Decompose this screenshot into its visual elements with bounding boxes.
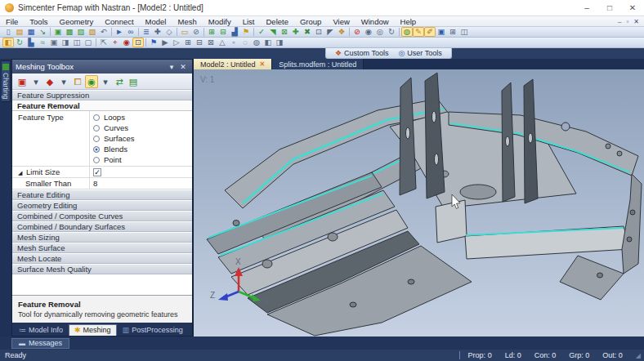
zoom-select-icon[interactable]: ◎ [374,27,386,37]
toolbox-section-header[interactable]: Mesh Sizing [12,232,192,243]
limit-size-checkbox[interactable]: ✓ [93,168,101,176]
mdi-restore-button[interactable]: ▫ [626,18,628,25]
undo-icon[interactable]: ↶ [98,27,110,37]
perspective-icon[interactable]: △ [217,38,228,47]
tab-model-info[interactable]: ≔ Model Info [14,325,68,336]
curve-tool-icon[interactable]: ✓ [256,27,267,37]
show-entities-icon[interactable]: ◌ [239,38,251,47]
toolbox-section-header[interactable]: Geometry Editing [12,200,192,211]
load-folder-icon[interactable]: ▤ [127,75,140,88]
step-icon[interactable]: ▷ [171,38,182,47]
select-view-icon[interactable]: ⊡ [132,38,144,47]
mdi-close-button[interactable]: ✕ [633,18,639,25]
toolbox-section-feature-suppression[interactable]: Feature Suppression [12,90,192,100]
midsurface-icon[interactable]: ⊡ [313,27,324,37]
menu-item[interactable]: Connect [99,16,139,27]
view-tab-splits[interactable]: Splits.modfem : Untitled [272,59,364,69]
smaller-than-input[interactable]: 8 [90,178,192,189]
minimize-button[interactable]: – [575,0,598,16]
draw-erase-icon[interactable]: ▫ [228,38,239,47]
radio-option-curves[interactable]: Curves [93,123,189,133]
menu-item[interactable]: Mesh [172,16,202,27]
menu-item[interactable]: List [237,16,261,27]
radio-option-blends[interactable]: Blends [93,144,189,154]
dropdown-icon[interactable]: ▾ [57,75,70,88]
tab-meshing[interactable]: ✱ Meshing [69,324,117,336]
no-select-icon[interactable]: ⊘ [351,27,363,37]
radio-option-point[interactable]: Point [93,154,189,165]
locate-icon[interactable]: ◉ [121,38,132,47]
close-tab-icon[interactable]: ✕ [260,60,266,68]
mesh-solid-icon[interactable]: ⊞ [206,27,217,37]
graphics-viewport[interactable]: V: 1 [194,69,644,336]
radio-option-surfaces[interactable]: Surfaces [93,133,189,144]
expander-icon[interactable]: ◢ [18,170,22,176]
show-labels-icon[interactable]: ◍ [251,38,262,47]
rotate-view-icon[interactable]: ↻ [14,38,25,47]
copy-settings-icon[interactable]: ⧠ [71,75,84,88]
dropdown-icon[interactable]: ▾ [99,75,112,88]
menu-item[interactable]: Delete [261,16,294,27]
shaded-icon[interactable]: ⊠ [205,38,217,47]
refresh-icon[interactable]: ↻ [386,27,397,37]
flag-icon[interactable]: ⚑ [148,38,159,47]
pin-icon[interactable]: ▾ [166,63,177,71]
save-icon[interactable]: ▦ [25,27,37,37]
feature-removal-tool-icon[interactable]: ◆ [43,75,56,88]
pin-entity-icon[interactable]: ⚑ [240,27,252,37]
dropdown-icon[interactable]: ▾ [29,75,42,88]
measure-icon[interactable]: ⌖ [110,38,121,47]
solid-icon[interactable]: ◇ [163,27,175,37]
menu-item[interactable]: Model [140,16,172,27]
tab-postprocessing[interactable]: ▥ PostProcessing [118,325,188,336]
post-options-icon[interactable]: ◨ [274,38,285,47]
surface-tool-icon[interactable]: ◥ [267,27,279,37]
render-mode-icon[interactable]: ▣ [436,27,447,37]
close-icon[interactable]: ✕ [177,63,189,71]
close-window-icon[interactable]: ▢ [83,38,94,47]
display-options-icon[interactable]: ◫ [458,27,470,37]
entity-list-icon[interactable]: ≣ [141,27,152,37]
swap-arrows-icon[interactable]: ⇄ [113,75,126,88]
menu-item[interactable]: View [327,16,355,27]
radio-option-loops[interactable]: Loops [93,112,189,123]
wireframe-icon[interactable]: ⊞ [182,38,194,47]
custom-tools-button[interactable]: ❖ Custom Tools [331,49,392,57]
menu-item[interactable]: Group [294,16,327,27]
snap-mode-icon[interactable]: ◍ [401,27,413,37]
hidden-line-icon[interactable]: ⊟ [194,38,205,47]
transform-icon[interactable]: ▧ [87,27,98,37]
import-geometry-icon[interactable]: ↘ [37,27,48,37]
menu-item[interactable]: Tools [24,16,53,27]
menu-item[interactable]: File [0,16,24,27]
toolbox-section-header[interactable]: Surface Mesh Quality [12,264,192,274]
maximize-button[interactable]: □ [598,0,621,16]
close-button[interactable]: ✕ [621,0,644,16]
section-cut-icon[interactable]: ⊘ [190,27,202,37]
grid-icon[interactable]: ⊞ [447,27,458,37]
node-icon[interactable]: ✚ [152,27,163,37]
merge-geometry-icon[interactable]: ▩ [64,27,75,37]
messages-tab[interactable]: ▬ Messages [11,338,69,349]
toolbox-section-header[interactable]: Mesh Surface [12,243,192,253]
tile-windows-icon[interactable]: ◫ [71,38,83,47]
paint-curve-icon[interactable]: ✎ [413,27,424,37]
charting-pane-tab[interactable]: Charting [2,60,11,102]
resize-grip-icon[interactable]: ◢ [636,352,641,359]
layout-icon[interactable]: ◨ [60,38,71,47]
connect-icon[interactable]: ∞ [125,27,136,37]
align-view-icon[interactable]: ⇱ [98,38,110,47]
play-icon[interactable]: ▶ [159,38,171,47]
solid-tool-icon[interactable]: ⊠ [279,27,290,37]
chart-view-icon[interactable]: ▙ [25,38,37,47]
function-icon[interactable]: ≈ [37,38,48,47]
boolean-subtract-icon[interactable]: ✖ [302,27,313,37]
boolean-add-icon[interactable]: ✚ [290,27,302,37]
menu-item[interactable]: Geometry [54,16,100,27]
menu-item[interactable]: Window [356,16,395,27]
copy-geometry-icon[interactable]: ▣ [52,27,64,37]
toolbox-section-header[interactable]: Mesh Locate [12,253,192,264]
user-tools-button[interactable]: ◎ User Tools [394,49,445,57]
menu-item[interactable]: Modify [203,16,237,27]
chart-icon[interactable]: ▟ [229,27,240,37]
